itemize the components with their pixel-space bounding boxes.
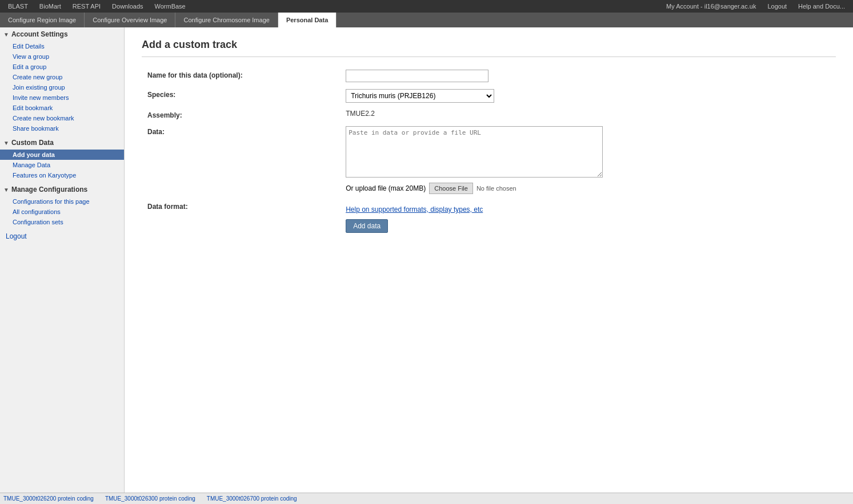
sidebar-section-manage-configurations[interactable]: ▼ Manage Configurations <box>0 183 124 196</box>
nav-downloads[interactable]: Downloads <box>106 1 149 11</box>
custom-data-label: Custom Data <box>11 139 54 147</box>
data-textarea[interactable] <box>346 126 603 178</box>
logout-sidebar-item[interactable]: Logout <box>0 229 124 243</box>
nav-wormbase[interactable]: WormBase <box>149 1 191 11</box>
sidebar-item-edit-bookmark[interactable]: Edit bookmark <box>0 103 124 113</box>
tab-configure-chromosome-image[interactable]: Configure Chromosome Image <box>175 13 278 27</box>
assembly-value: TMUE2.2 <box>346 107 375 118</box>
tab-bar: Configure Region Image Configure Overvie… <box>0 13 853 27</box>
bottom-item-2[interactable]: TMUE_3000t026300 protein coding <box>105 495 195 502</box>
form-row-name: Name for this data (optional): <box>142 66 836 86</box>
sidebar-item-edit-group[interactable]: Edit a group <box>0 62 124 72</box>
species-label: Species: <box>147 91 175 99</box>
sidebar-section-account-settings[interactable]: ▼ Account Settings <box>0 27 124 41</box>
tab-configure-overview-image[interactable]: Configure Overview Image <box>85 13 175 27</box>
bottom-item-3[interactable]: TMUE_3000t026700 protein coding <box>207 495 297 502</box>
form-row-data: Data: Or upload file (max 20MB) Choose F… <box>142 123 836 197</box>
upload-label: Or upload file (max 20MB) <box>346 184 426 192</box>
name-input[interactable] <box>346 70 488 82</box>
collapse-account-icon: ▼ <box>3 31 9 38</box>
main-layout: ▼ Account Settings Edit Details View a g… <box>0 27 853 504</box>
sidebar-item-join-existing-group[interactable]: Join existing group <box>0 82 124 92</box>
sidebar-item-features-on-karyotype[interactable]: Features on Karyotype <box>0 170 124 180</box>
account-settings-label: Account Settings <box>11 30 68 38</box>
tab-configure-region-image[interactable]: Configure Region Image <box>0 13 85 27</box>
sidebar: ▼ Account Settings Edit Details View a g… <box>0 27 125 504</box>
sidebar-item-configurations-for-page[interactable]: Configurations for this page <box>0 196 124 207</box>
collapse-custom-data-icon: ▼ <box>3 140 9 146</box>
bottom-item-1[interactable]: TMUE_3000t026200 protein coding <box>3 495 94 502</box>
my-account-link[interactable]: My Account - il16@sanger.ac.uk <box>660 1 762 11</box>
page-title: Add a custom track <box>142 39 836 57</box>
nav-rest-api[interactable]: REST API <box>67 1 106 11</box>
data-format-label: Data format: <box>147 203 188 211</box>
sidebar-item-edit-details[interactable]: Edit Details <box>0 41 124 51</box>
sidebar-item-create-new-bookmark[interactable]: Create new bookmark <box>0 113 124 123</box>
collapse-manage-configs-icon: ▼ <box>3 187 9 193</box>
sidebar-item-share-bookmark[interactable]: Share bookmark <box>0 123 124 134</box>
add-data-button[interactable]: Add data <box>346 219 388 233</box>
help-link-top[interactable]: Help and Docu... <box>792 1 851 11</box>
logout-top-link[interactable]: Logout <box>762 1 792 11</box>
sidebar-item-create-new-group[interactable]: Create new group <box>0 72 124 82</box>
choose-file-button[interactable]: Choose File <box>429 183 473 194</box>
no-file-text: No file chosen <box>476 185 516 192</box>
form-row-assembly: Assembly: TMUE2.2 <box>142 106 836 123</box>
sidebar-item-configuration-sets[interactable]: Configuration sets <box>0 217 124 227</box>
species-select[interactable]: Trichuris muris (PRJEB126) <box>346 89 494 103</box>
data-label: Data: <box>147 128 165 136</box>
nav-biomart[interactable]: BioMart <box>34 1 67 11</box>
bottom-bar: TMUE_3000t026200 protein coding TMUE_300… <box>0 493 853 504</box>
sidebar-item-view-group[interactable]: View a group <box>0 51 124 62</box>
nav-blast[interactable]: BLAST <box>2 1 34 11</box>
top-nav-right: My Account - il16@sanger.ac.uk Logout He… <box>660 1 851 11</box>
manage-configurations-label: Manage Configurations <box>11 186 87 193</box>
top-navigation: BLAST BioMart REST API Downloads WormBas… <box>0 0 853 13</box>
assembly-label: Assembly: <box>147 111 182 119</box>
sidebar-item-invite-new-members[interactable]: Invite new members <box>0 92 124 103</box>
sidebar-item-all-configurations[interactable]: All configurations <box>0 207 124 217</box>
sidebar-section-custom-data[interactable]: ▼ Custom Data <box>0 136 124 150</box>
name-label: Name for this data (optional): <box>147 71 243 79</box>
sidebar-item-add-your-data[interactable]: Add your data <box>0 150 124 160</box>
sidebar-item-manage-data[interactable]: Manage Data <box>0 160 124 170</box>
form-table: Name for this data (optional): Species: … <box>142 66 836 236</box>
tab-personal-data[interactable]: Personal Data <box>278 13 337 27</box>
help-formats-link[interactable]: Help on supported formats, display types… <box>346 205 830 213</box>
form-row-data-format: Data format: Help on supported formats, … <box>142 197 836 236</box>
main-content: Add a custom track Name for this data (o… <box>125 27 853 504</box>
form-row-species: Species: Trichuris muris (PRJEB126) <box>142 86 836 106</box>
upload-row: Or upload file (max 20MB) Choose File No… <box>346 183 830 194</box>
